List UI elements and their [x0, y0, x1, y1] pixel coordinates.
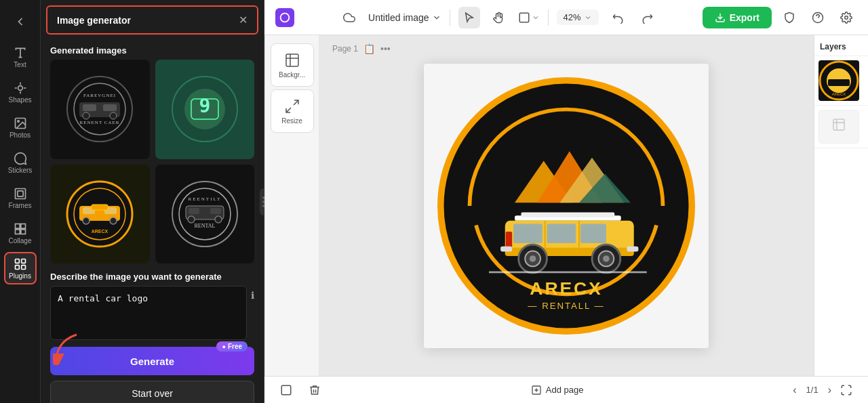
svg-rect-31 [92, 205, 108, 210]
zoom-control[interactable]: 42% [557, 9, 599, 25]
help-button[interactable] [807, 7, 829, 28]
page-label: Page 1 📋 ••• [332, 43, 391, 54]
settings-button[interactable] [835, 7, 857, 28]
svg-point-43 [215, 216, 222, 223]
canvas-area[interactable]: Page 1 📋 ••• [319, 35, 814, 376]
main-area: Untitled image 42% [264, 0, 868, 403]
close-panel-button[interactable]: ✕ [239, 14, 248, 26]
svg-point-33 [110, 217, 117, 224]
svg-point-69 [603, 255, 610, 262]
resize-tool-label: Resize [281, 117, 302, 125]
svg-rect-7 [15, 229, 20, 234]
page-settings-button[interactable] [275, 379, 297, 401]
svg-rect-10 [21, 259, 25, 263]
document-title[interactable]: Untitled image [368, 12, 441, 23]
svg-text:ARECX: ARECX [832, 92, 846, 96]
bottom-right: ‹ 1/1 › [789, 379, 857, 401]
export-button[interactable]: Export [703, 7, 772, 28]
redo-button[interactable] [637, 7, 658, 28]
bottom-bar: Add page ‹ 1/1 › [264, 376, 868, 403]
svg-point-2 [17, 120, 18, 122]
toolbar: Untitled image 42% [264, 0, 868, 35]
sidebar-photos-label: Photos [9, 131, 31, 139]
svg-rect-44 [519, 13, 529, 22]
sidebar-item-text[interactable]: Text [4, 41, 37, 73]
sidebar-shapes-label: Shapes [9, 96, 32, 104]
app-logo [275, 8, 294, 27]
svg-rect-3 [15, 188, 25, 198]
canvas-document[interactable]: ARECX — RENTALL — · · · [424, 64, 709, 348]
background-tool[interactable]: Backgr... [271, 43, 314, 87]
svg-rect-4 [17, 190, 22, 196]
layer-item-2[interactable] [814, 106, 868, 148]
undo-button[interactable] [607, 7, 629, 28]
describe-textarea[interactable] [50, 286, 247, 340]
generate-btn-wrapper: ● Free Generate [50, 347, 254, 375]
generated-image-1[interactable]: FAREVGNEI RENENT CAER [50, 60, 150, 159]
svg-rect-39 [189, 208, 199, 214]
toolbar-right: Export [703, 7, 857, 28]
sidebar-collage-label: Collage [9, 237, 32, 245]
generated-image-3[interactable]: ARECX [50, 165, 150, 264]
page-menu-icon: ••• [380, 43, 391, 54]
toolbar-divider-2 [548, 9, 549, 26]
svg-point-20 [83, 112, 90, 119]
svg-rect-58 [547, 224, 576, 243]
sidebar-item-collage[interactable]: Collage [4, 217, 37, 249]
describe-label: Describe the image you want to generate [50, 272, 254, 282]
svg-rect-18 [83, 104, 96, 111]
svg-text:FAREVGNEI: FAREVGNEI [83, 93, 116, 98]
cloud-save-button[interactable] [338, 7, 360, 28]
svg-rect-55 [521, 212, 615, 217]
layer-item-1[interactable]: ARECX [814, 56, 868, 106]
fullscreen-button[interactable] [835, 379, 857, 401]
svg-point-0 [18, 85, 22, 90]
prev-page-button[interactable]: ‹ [789, 383, 800, 398]
panel-header: Image generator ✕ [46, 5, 258, 35]
page-copy-icon: 📋 [363, 43, 375, 54]
trash-button[interactable] [304, 379, 326, 401]
generated-image-4[interactable]: REENTILT RENTAL [155, 165, 255, 264]
svg-point-66 [530, 255, 536, 262]
layers-header: Layers [814, 35, 868, 56]
svg-rect-9 [15, 259, 19, 263]
start-over-button[interactable]: Start over [50, 381, 254, 403]
svg-rect-8 [20, 229, 25, 234]
resize-tool[interactable]: Resize [271, 89, 314, 133]
shield-button[interactable] [778, 7, 800, 28]
sidebar-text-label: Text [14, 61, 26, 68]
next-page-button[interactable]: › [824, 383, 835, 398]
svg-text:9: 9 [199, 95, 210, 117]
sidebar-item-plugins[interactable]: Plugins [4, 252, 37, 284]
hand-tool-button[interactable] [488, 7, 510, 28]
info-icon[interactable]: ℹ [251, 290, 254, 301]
svg-rect-80 [819, 110, 859, 143]
page-nav: ‹ 1/1 › [789, 383, 835, 398]
bottom-left [275, 379, 326, 401]
main-logo-svg: ARECX — RENTALL — · · · [437, 77, 695, 335]
generated-image-2[interactable]: 9 [155, 60, 255, 159]
svg-rect-82 [281, 385, 291, 395]
layers-panel: Layers ARECX [814, 35, 868, 376]
sidebar-item-photos[interactable]: Photos [4, 111, 37, 144]
bottom-center: Add page [531, 385, 584, 396]
sidebar-plugins-label: Plugins [9, 272, 31, 280]
svg-point-46 [845, 16, 848, 19]
svg-text:REENTILT: REENTILT [188, 196, 221, 202]
svg-text:ARECX: ARECX [92, 229, 108, 234]
select-tool-button[interactable] [458, 7, 480, 28]
sidebar-item-stickers[interactable]: Stickers [4, 146, 37, 179]
svg-rect-63 [506, 232, 513, 248]
sidebar-item-frames[interactable]: Frames [4, 182, 37, 214]
sidebar-item-back[interactable] [4, 5, 37, 38]
svg-point-32 [83, 217, 90, 224]
background-tool-label: Backgr... [279, 71, 305, 79]
left-panel: Image generator ✕ Generated images FAREV… [41, 0, 264, 403]
free-badge: ● Free [216, 341, 248, 352]
svg-rect-12 [21, 265, 25, 269]
toolbar-left [275, 8, 294, 27]
add-page-button[interactable]: Add page [531, 385, 584, 396]
frame-tool-button[interactable] [518, 7, 540, 28]
sidebar-stickers-label: Stickers [8, 167, 33, 174]
sidebar-item-shapes[interactable]: Shapes [4, 76, 37, 108]
